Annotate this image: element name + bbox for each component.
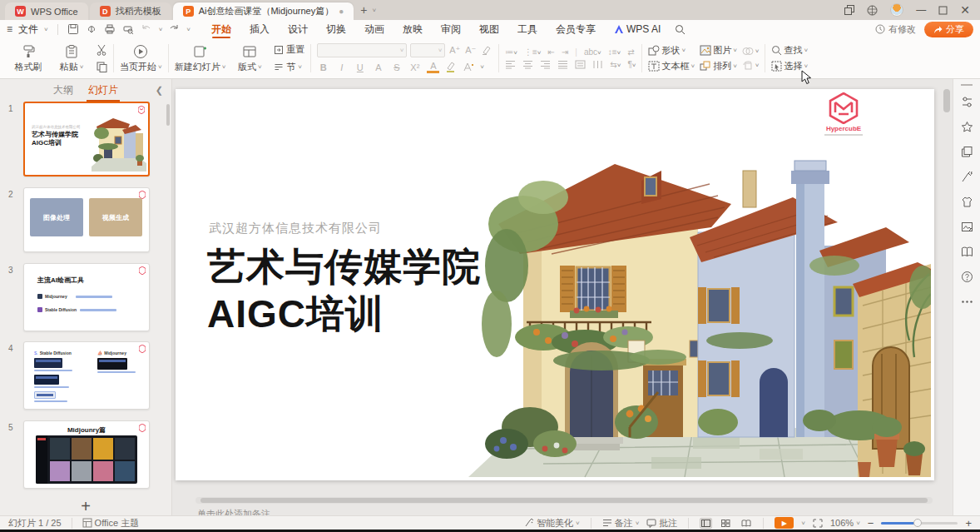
play-slideshow-button[interactable]: ▶ bbox=[775, 517, 794, 529]
align-left-icon[interactable] bbox=[505, 60, 516, 69]
align-right-icon[interactable] bbox=[540, 60, 551, 69]
slide-thumbnail-4[interactable]: S.Stable Diffusion ⛵Midjourney bbox=[23, 341, 150, 410]
cut-icon[interactable] bbox=[96, 44, 107, 56]
shape-library-icon[interactable] bbox=[953, 139, 980, 164]
layout-button[interactable]: 版式˅ bbox=[230, 41, 269, 76]
material-library-icon[interactable] bbox=[953, 189, 980, 214]
slide-company-text[interactable]: 武汉超方体信息技术有限公司 bbox=[209, 221, 382, 236]
comments-button[interactable]: 批注 bbox=[646, 517, 677, 530]
indent-options-icon[interactable]: ⇆˅ bbox=[610, 60, 621, 69]
section-button[interactable]: 节˅ bbox=[274, 61, 304, 73]
tab-animation[interactable]: 动画 bbox=[355, 20, 393, 38]
share-button[interactable]: 分享 bbox=[924, 22, 973, 37]
zoom-slider[interactable] bbox=[881, 522, 958, 525]
increase-indent-icon[interactable]: ⇥ bbox=[562, 47, 568, 57]
shapes-button[interactable]: 形状˅ bbox=[648, 44, 695, 57]
reset-button[interactable]: 重置 bbox=[274, 43, 304, 56]
slide-thumbnail-2[interactable]: 图像处理 视频生成 bbox=[23, 187, 150, 252]
file-menu-chevron-icon[interactable]: ˅ bbox=[44, 26, 48, 33]
font-color-button[interactable]: A bbox=[427, 61, 439, 73]
slide-thumbnail-5[interactable]: Midjounry篇 bbox=[23, 420, 150, 489]
effects-star-icon[interactable] bbox=[953, 114, 980, 139]
paragraph-settings-icon[interactable]: ¶˅ bbox=[627, 60, 636, 69]
more-options-icon[interactable] bbox=[953, 289, 980, 314]
print-icon[interactable] bbox=[104, 23, 116, 36]
smart-beautify-icon[interactable] bbox=[953, 164, 980, 189]
tab-tools[interactable]: 工具 bbox=[508, 20, 547, 38]
smart-beautify-button[interactable]: 智能美化˅ bbox=[524, 517, 580, 530]
tab-home[interactable]: 开始 bbox=[202, 20, 240, 38]
hamburger-icon[interactable]: ≡ bbox=[7, 23, 12, 35]
tab-docer-template[interactable]: D 找稻壳模板 bbox=[90, 2, 171, 20]
redo-icon[interactable] bbox=[168, 23, 181, 36]
zoom-level[interactable]: 106%˅ bbox=[830, 518, 860, 528]
new-tab-button[interactable]: + bbox=[360, 3, 367, 17]
clear-format-icon[interactable] bbox=[480, 45, 492, 56]
find-button[interactable]: 查找˅ bbox=[771, 44, 808, 57]
vertical-scrollbar[interactable] bbox=[943, 87, 950, 490]
font-size-select[interactable]: ˅ bbox=[410, 43, 445, 57]
tab-review[interactable]: 审阅 bbox=[432, 20, 470, 38]
tab-design[interactable]: 设计 bbox=[279, 20, 317, 38]
zoom-slider-knob[interactable] bbox=[913, 519, 922, 527]
paste-button[interactable]: 粘贴˅ bbox=[52, 41, 91, 76]
close-button[interactable]: ✕ bbox=[960, 4, 970, 16]
slide-thumbnail-1[interactable]: 武汉超方体信息技术有限公司 艺术与传媒学院 AIGC培训 bbox=[23, 102, 150, 177]
slide-title-text[interactable]: 艺术与传媒学院 AIGC培训 bbox=[207, 243, 481, 338]
collapse-panel-icon[interactable]: ❮ bbox=[156, 85, 163, 96]
slide-thumbnail-3[interactable]: 主流AI绘画工具 Midjourney Stable Diffusion bbox=[23, 263, 150, 331]
format-painter-button[interactable]: 格式刷 bbox=[9, 41, 47, 76]
slide-sorter-view-button[interactable] bbox=[720, 518, 732, 529]
reading-view-button[interactable] bbox=[740, 518, 752, 529]
user-avatar[interactable] bbox=[890, 3, 903, 17]
text-effects-icon[interactable] bbox=[463, 62, 474, 72]
rail-scrollbar-thumb[interactable] bbox=[961, 84, 973, 86]
export-icon[interactable] bbox=[86, 23, 98, 36]
columns-icon[interactable] bbox=[592, 60, 603, 69]
font-family-select[interactable]: ˅ bbox=[317, 43, 407, 57]
new-slide-button[interactable]: 新建幻灯片˅ bbox=[175, 41, 226, 76]
slides-tab[interactable]: 幻灯片 bbox=[88, 83, 118, 97]
rotate-icon[interactable]: ˅ bbox=[742, 60, 760, 71]
file-menu[interactable]: 文件 bbox=[18, 22, 38, 37]
underline-button[interactable]: U bbox=[354, 62, 366, 72]
horizontal-scrollbar[interactable] bbox=[196, 497, 933, 504]
tab-current-document[interactable]: P Ai创意绘画课堂（Midjourney篇） ● bbox=[173, 2, 354, 20]
modified-status[interactable]: 有修改 bbox=[875, 23, 916, 36]
tab-transition[interactable]: 切换 bbox=[317, 20, 355, 38]
copy-icon[interactable] bbox=[96, 61, 107, 72]
fit-slide-button[interactable] bbox=[813, 519, 823, 528]
italic-button[interactable]: I bbox=[335, 62, 348, 72]
textbox-button[interactable]: 文本框˅ bbox=[648, 60, 695, 72]
tab-view[interactable]: 视图 bbox=[470, 20, 508, 38]
theme-globe-icon[interactable] bbox=[867, 5, 878, 16]
tab-insert[interactable]: 插入 bbox=[240, 20, 279, 38]
highlight-color-icon[interactable] bbox=[445, 62, 457, 72]
increase-font-icon[interactable]: A⁺ bbox=[448, 45, 461, 56]
tab-list-chevron-icon[interactable]: ˅ bbox=[372, 7, 376, 14]
notebook-icon[interactable] bbox=[953, 239, 980, 264]
maximize-button[interactable] bbox=[938, 6, 948, 15]
panel-scrollbar-thumb[interactable] bbox=[166, 104, 170, 126]
horizontal-scrollbar-thumb[interactable] bbox=[200, 498, 928, 503]
merge-shapes-icon[interactable]: ˅ bbox=[742, 46, 760, 57]
numbering-icon[interactable]: ⋮≡˅ bbox=[524, 47, 542, 57]
picture-button[interactable]: 图片˅ bbox=[700, 44, 737, 57]
search-icon[interactable] bbox=[675, 24, 686, 35]
play-options-chevron-icon[interactable]: ˅ bbox=[801, 520, 805, 527]
tab-wps-ai[interactable]: WPS AI bbox=[605, 20, 670, 38]
save-icon[interactable] bbox=[67, 23, 80, 36]
strikethrough-button[interactable]: S bbox=[390, 62, 403, 72]
paragraph-mark-icon[interactable]: ⇄ bbox=[627, 47, 634, 57]
image-edit-icon[interactable] bbox=[953, 214, 980, 239]
play-from-current-button[interactable]: 当页开始˅ bbox=[120, 41, 162, 76]
distribute-icon[interactable] bbox=[575, 60, 586, 69]
minimize-button[interactable]: — bbox=[916, 5, 926, 15]
text-direction-icon[interactable]: abc˅ bbox=[584, 47, 601, 57]
print-preview-icon[interactable] bbox=[122, 23, 135, 36]
superscript-button[interactable]: X² bbox=[408, 62, 421, 72]
tab-slideshow[interactable]: 放映 bbox=[393, 20, 432, 38]
slide-canvas[interactable]: 武汉超方体信息技术有限公司 艺术与传媒学院 AIGC培训 bbox=[176, 89, 934, 480]
bold-button[interactable]: B bbox=[317, 62, 329, 72]
decrease-indent-icon[interactable]: ⇤ bbox=[548, 47, 555, 57]
